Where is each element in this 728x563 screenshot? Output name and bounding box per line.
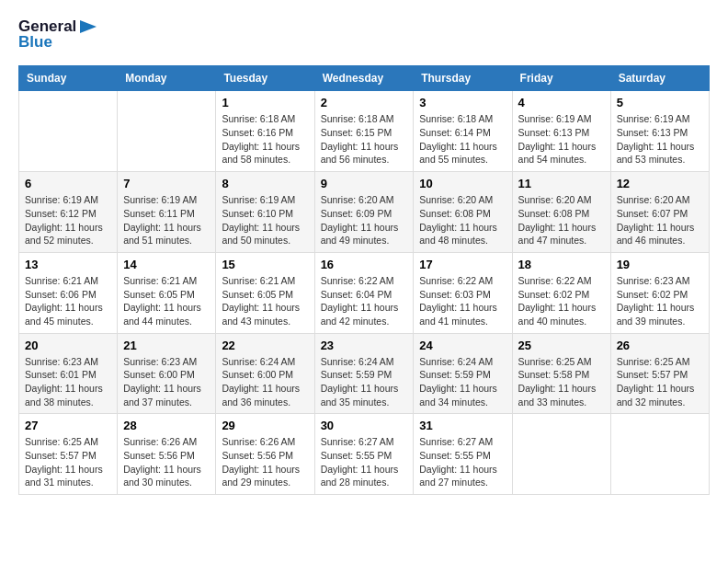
calendar-cell: 10Sunrise: 6:20 AM Sunset: 6:08 PM Dayli…: [414, 172, 512, 253]
weekday-header: Wednesday: [314, 66, 414, 91]
calendar-cell: 3Sunrise: 6:18 AM Sunset: 6:14 PM Daylig…: [414, 91, 512, 172]
day-number: 12: [617, 177, 703, 190]
calendar-cell: 12Sunrise: 6:20 AM Sunset: 6:07 PM Dayli…: [610, 172, 709, 253]
day-info: Sunrise: 6:19 AM Sunset: 6:11 PM Dayligh…: [123, 193, 210, 247]
day-number: 21: [123, 339, 210, 352]
day-info: Sunrise: 6:22 AM Sunset: 6:02 PM Dayligh…: [518, 274, 605, 328]
calendar-cell: 9Sunrise: 6:20 AM Sunset: 6:09 PM Daylig…: [314, 172, 414, 253]
day-info: Sunrise: 6:20 AM Sunset: 6:08 PM Dayligh…: [518, 193, 605, 247]
calendar-cell: 21Sunrise: 6:23 AM Sunset: 6:00 PM Dayli…: [118, 333, 216, 414]
day-number: 20: [25, 339, 111, 352]
day-number: 14: [123, 258, 210, 271]
calendar-cell: 16Sunrise: 6:22 AM Sunset: 6:04 PM Dayli…: [314, 252, 414, 333]
day-info: Sunrise: 6:19 AM Sunset: 6:13 PM Dayligh…: [518, 112, 605, 167]
day-info: Sunrise: 6:21 AM Sunset: 6:05 PM Dayligh…: [123, 274, 210, 328]
calendar-cell: 28Sunrise: 6:26 AM Sunset: 5:56 PM Dayli…: [118, 414, 216, 495]
calendar-cell: 11Sunrise: 6:20 AM Sunset: 6:08 PM Dayli…: [512, 172, 610, 253]
day-number: 26: [617, 339, 703, 352]
logo-blue: Blue: [18, 34, 97, 52]
day-number: 31: [419, 419, 506, 432]
day-info: Sunrise: 6:23 AM Sunset: 6:01 PM Dayligh…: [25, 355, 111, 409]
day-info: Sunrise: 6:21 AM Sunset: 6:06 PM Dayligh…: [25, 274, 111, 328]
day-number: 25: [518, 339, 605, 352]
calendar-cell: [19, 91, 118, 172]
day-info: Sunrise: 6:20 AM Sunset: 6:09 PM Dayligh…: [321, 193, 408, 247]
day-info: Sunrise: 6:22 AM Sunset: 6:03 PM Dayligh…: [419, 274, 506, 328]
day-info: Sunrise: 6:18 AM Sunset: 6:14 PM Dayligh…: [419, 112, 506, 167]
calendar-cell: 29Sunrise: 6:26 AM Sunset: 5:56 PM Dayli…: [216, 414, 314, 495]
calendar-cell: 15Sunrise: 6:21 AM Sunset: 6:05 PM Dayli…: [216, 252, 314, 333]
day-number: 1: [222, 96, 308, 109]
day-info: Sunrise: 6:25 AM Sunset: 5:58 PM Dayligh…: [518, 355, 605, 409]
day-info: Sunrise: 6:21 AM Sunset: 6:05 PM Dayligh…: [222, 274, 308, 328]
calendar-cell: 8Sunrise: 6:19 AM Sunset: 6:10 PM Daylig…: [216, 172, 314, 253]
day-number: 6: [25, 177, 111, 190]
calendar-cell: 22Sunrise: 6:24 AM Sunset: 6:00 PM Dayli…: [216, 333, 314, 414]
weekday-header: Thursday: [414, 66, 512, 91]
day-info: Sunrise: 6:26 AM Sunset: 5:56 PM Dayligh…: [123, 435, 210, 489]
weekday-header: Friday: [512, 66, 610, 91]
day-number: 9: [321, 177, 408, 190]
day-number: 13: [25, 258, 111, 271]
day-number: 19: [617, 258, 703, 271]
calendar-cell: 4Sunrise: 6:19 AM Sunset: 6:13 PM Daylig…: [512, 91, 610, 172]
logo: General Blue: [18, 18, 97, 51]
day-info: Sunrise: 6:27 AM Sunset: 5:55 PM Dayligh…: [321, 435, 408, 489]
day-info: Sunrise: 6:25 AM Sunset: 5:57 PM Dayligh…: [25, 435, 111, 489]
day-number: 24: [419, 339, 506, 352]
calendar-week-row: 1Sunrise: 6:18 AM Sunset: 6:16 PM Daylig…: [19, 91, 710, 172]
day-info: Sunrise: 6:20 AM Sunset: 6:08 PM Dayligh…: [419, 193, 506, 247]
day-info: Sunrise: 6:19 AM Sunset: 6:10 PM Dayligh…: [222, 193, 308, 247]
day-info: Sunrise: 6:24 AM Sunset: 5:59 PM Dayligh…: [419, 355, 506, 409]
day-number: 3: [419, 96, 506, 109]
calendar-cell: 20Sunrise: 6:23 AM Sunset: 6:01 PM Dayli…: [19, 333, 118, 414]
calendar-cell: 5Sunrise: 6:19 AM Sunset: 6:13 PM Daylig…: [610, 91, 709, 172]
day-number: 27: [25, 419, 111, 432]
day-number: 15: [222, 258, 308, 271]
calendar-cell: 2Sunrise: 6:18 AM Sunset: 6:15 PM Daylig…: [314, 91, 414, 172]
day-number: 4: [518, 96, 605, 109]
calendar-header-row: SundayMondayTuesdayWednesdayThursdayFrid…: [19, 66, 710, 91]
day-number: 29: [222, 419, 308, 432]
day-number: 22: [222, 339, 308, 352]
calendar-cell: [512, 414, 610, 495]
day-info: Sunrise: 6:20 AM Sunset: 6:07 PM Dayligh…: [617, 193, 703, 247]
day-info: Sunrise: 6:19 AM Sunset: 6:12 PM Dayligh…: [25, 193, 111, 247]
calendar-cell: 31Sunrise: 6:27 AM Sunset: 5:55 PM Dayli…: [414, 414, 512, 495]
weekday-header: Monday: [118, 66, 216, 91]
day-number: 8: [222, 177, 308, 190]
calendar-cell: 26Sunrise: 6:25 AM Sunset: 5:57 PM Dayli…: [610, 333, 709, 414]
day-number: 2: [321, 96, 408, 109]
day-info: Sunrise: 6:23 AM Sunset: 6:00 PM Dayligh…: [123, 355, 210, 409]
day-info: Sunrise: 6:18 AM Sunset: 6:15 PM Dayligh…: [321, 112, 408, 167]
day-number: 23: [321, 339, 408, 352]
calendar-cell: [610, 414, 709, 495]
calendar-cell: 7Sunrise: 6:19 AM Sunset: 6:11 PM Daylig…: [118, 172, 216, 253]
calendar-week-row: 27Sunrise: 6:25 AM Sunset: 5:57 PM Dayli…: [19, 414, 710, 495]
calendar-week-row: 13Sunrise: 6:21 AM Sunset: 6:06 PM Dayli…: [19, 252, 710, 333]
day-number: 30: [321, 419, 408, 432]
calendar-cell: 6Sunrise: 6:19 AM Sunset: 6:12 PM Daylig…: [19, 172, 118, 253]
weekday-header: Tuesday: [216, 66, 314, 91]
logo-graphic: General Blue: [18, 18, 97, 51]
day-number: 28: [123, 419, 210, 432]
day-number: 11: [518, 177, 605, 190]
calendar-cell: 17Sunrise: 6:22 AM Sunset: 6:03 PM Dayli…: [414, 252, 512, 333]
day-info: Sunrise: 6:24 AM Sunset: 5:59 PM Dayligh…: [321, 355, 408, 409]
calendar-cell: 14Sunrise: 6:21 AM Sunset: 6:05 PM Dayli…: [118, 252, 216, 333]
calendar-cell: 13Sunrise: 6:21 AM Sunset: 6:06 PM Dayli…: [19, 252, 118, 333]
day-number: 18: [518, 258, 605, 271]
calendar-cell: 18Sunrise: 6:22 AM Sunset: 6:02 PM Dayli…: [512, 252, 610, 333]
calendar-cell: [118, 91, 216, 172]
day-info: Sunrise: 6:25 AM Sunset: 5:57 PM Dayligh…: [617, 355, 703, 409]
day-number: 5: [617, 96, 703, 109]
page-header: General Blue: [18, 18, 710, 51]
day-number: 16: [321, 258, 408, 271]
logo-arrow-icon: [78, 18, 97, 35]
day-info: Sunrise: 6:23 AM Sunset: 6:02 PM Dayligh…: [617, 274, 703, 328]
calendar-week-row: 20Sunrise: 6:23 AM Sunset: 6:01 PM Dayli…: [19, 333, 710, 414]
day-info: Sunrise: 6:24 AM Sunset: 6:00 PM Dayligh…: [222, 355, 308, 409]
calendar-cell: 30Sunrise: 6:27 AM Sunset: 5:55 PM Dayli…: [314, 414, 414, 495]
day-number: 17: [419, 258, 506, 271]
weekday-header: Saturday: [610, 66, 709, 91]
